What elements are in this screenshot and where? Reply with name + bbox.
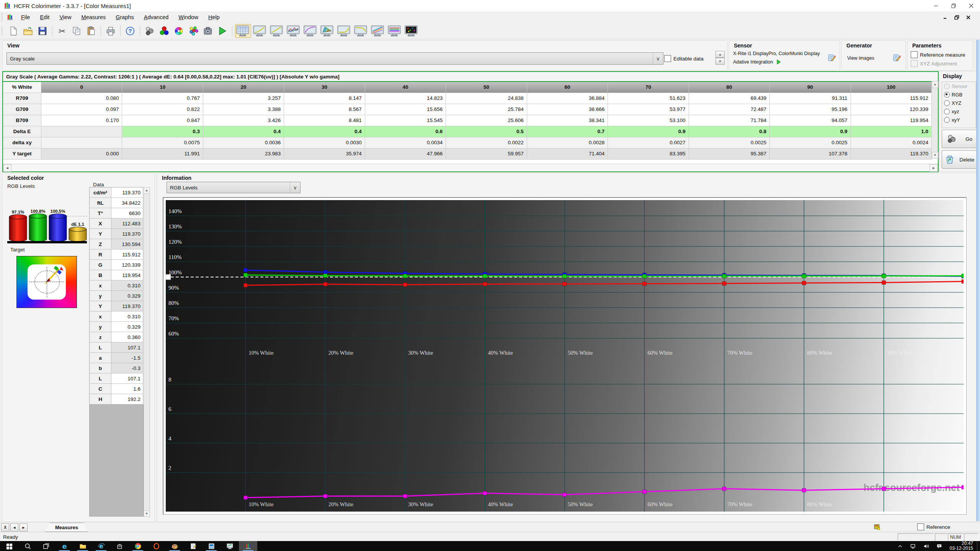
view-nearblack-button[interactable] — [336, 24, 352, 38]
view-rgb-histogram-button[interactable] — [286, 24, 302, 38]
generator-config-icon[interactable] — [892, 53, 902, 64]
measure-all-colors-button[interactable] — [186, 24, 200, 38]
cell-r709-50[interactable]: 24.838 — [446, 93, 527, 104]
cell-delta-xy-60[interactable]: 0.0028 — [527, 137, 608, 148]
view-nearwhite-button[interactable] — [353, 24, 369, 38]
copy-button[interactable] — [70, 24, 83, 38]
cell-r709-100[interactable]: 115.912 — [851, 93, 932, 104]
view-type-select[interactable]: Gray scale ∨ — [7, 52, 663, 65]
cell-g709-100[interactable]: 120.339 — [851, 104, 932, 115]
cell-g709-30[interactable]: 8.567 — [284, 104, 365, 115]
taskbar-task-view[interactable] — [37, 541, 55, 551]
cell-b709-40[interactable]: 15.545 — [365, 115, 446, 126]
menu-view[interactable]: View — [54, 13, 76, 22]
view-free-measures-button[interactable] — [403, 24, 420, 38]
paste-button[interactable] — [84, 24, 98, 38]
cell-r709-0[interactable]: 0.080 — [41, 93, 122, 104]
measure-secondaries-button[interactable] — [172, 24, 186, 38]
cell-delta-xy-40[interactable]: 0.0034 — [365, 137, 446, 148]
cell-y-target-80[interactable]: 95.387 — [689, 148, 770, 160]
show-desktop-button[interactable] — [977, 541, 980, 551]
help-button[interactable]: ? — [123, 24, 137, 38]
view-color-levels-button[interactable] — [387, 24, 403, 38]
cell-r709-90[interactable]: 91.311 — [770, 93, 851, 104]
taskbar-system-monitor[interactable] — [220, 541, 239, 551]
mdi-restore-button[interactable] — [952, 13, 962, 21]
new-document-button[interactable] — [7, 24, 20, 38]
cell-y-target-50[interactable]: 59.957 — [446, 148, 527, 160]
measure-grayscale-button[interactable] — [143, 24, 157, 38]
column-header-100[interactable]: 100 — [851, 82, 932, 93]
sensor-config-icon[interactable] — [827, 53, 836, 64]
column-header-60[interactable]: 60 — [527, 82, 608, 93]
cell-delta-e-80[interactable]: 0.8 — [689, 126, 770, 137]
view-gamma-curve-button[interactable] — [252, 24, 268, 38]
editable-data-checkbox[interactable]: Editable data — [664, 55, 704, 62]
tray-tray-expand[interactable] — [894, 541, 907, 551]
taskbar-internet-explorer[interactable]: e — [92, 541, 110, 551]
taskbar-search[interactable] — [18, 541, 37, 551]
close-button[interactable] — [962, 0, 980, 11]
mdi-minimize-button[interactable] — [940, 13, 950, 21]
taskbar-file-explorer[interactable] — [74, 541, 92, 551]
cell-r709-80[interactable]: 69.439 — [689, 93, 770, 104]
taskbar-origin[interactable] — [147, 541, 165, 551]
cell-y-target-60[interactable]: 71.404 — [527, 148, 608, 160]
radio-xyz[interactable]: xyz — [942, 107, 976, 116]
run-measures-button[interactable] — [216, 24, 229, 38]
taskbar-paint[interactable] — [165, 541, 184, 551]
taskbar-photos[interactable] — [202, 541, 220, 551]
cell-g709-80[interactable]: 72.487 — [689, 104, 770, 115]
cell-y-target-70[interactable]: 83.395 — [608, 148, 689, 160]
cell-b709-60[interactable]: 38.341 — [527, 115, 608, 126]
cell-delta-e-20[interactable]: 0.4 — [203, 126, 284, 137]
cell-y-target-0[interactable]: 0.000 — [41, 148, 122, 160]
cell-b709-90[interactable]: 94.057 — [770, 115, 851, 126]
cell-delta-e-10[interactable]: 0.3 — [122, 126, 203, 137]
reference-measure-checkbox[interactable]: Reference measure — [911, 51, 965, 58]
cell-b709-20[interactable]: 3.426 — [203, 115, 284, 126]
cell-delta-e-100[interactable]: 1.0 — [851, 126, 932, 137]
column-header-0[interactable]: 0 — [41, 82, 122, 93]
cell-delta-xy-50[interactable]: 0.0022 — [446, 137, 527, 148]
taskbar-clock[interactable]: 20:47 03-12-2015 — [946, 541, 977, 551]
cell-delta-xy-90[interactable]: 0.0025 — [770, 137, 851, 148]
cell-b709-70[interactable]: 53.100 — [608, 115, 689, 126]
cell-r709-70[interactable]: 51.623 — [608, 93, 689, 104]
open-file-button[interactable] — [21, 24, 35, 38]
reference-checkbox[interactable]: Reference — [917, 523, 950, 530]
scrollbar-track[interactable] — [11, 164, 929, 171]
column-header-30[interactable]: 30 — [284, 82, 365, 93]
cell-g709-60[interactable]: 38.666 — [527, 104, 608, 115]
scroll-up-icon[interactable]: ▲ — [932, 81, 938, 88]
cell-delta-xy-10[interactable]: 0.0075 — [122, 137, 203, 148]
taskbar-start[interactable] — [0, 541, 18, 551]
cell-b709-0[interactable]: 0.170 — [41, 115, 122, 126]
menu-help[interactable]: Help — [203, 13, 225, 22]
cell-delta-e-60[interactable]: 0.7 — [527, 126, 608, 137]
cell-delta-e-0[interactable] — [41, 126, 122, 137]
cell-y-target-10[interactable]: 11.991 — [122, 148, 203, 160]
column-header-90[interactable]: 90 — [770, 82, 851, 93]
view-luminance-curve-button[interactable] — [269, 24, 285, 38]
scroll-down-icon[interactable]: ▼ — [144, 510, 149, 517]
spinner-down-icon[interactable]: ▼ — [715, 58, 725, 65]
tab-close-button[interactable]: X — [1, 523, 9, 531]
cell-g709-50[interactable]: 25.784 — [446, 104, 527, 115]
view-saturation-button[interactable] — [370, 24, 386, 38]
column-header-80[interactable]: 80 — [689, 82, 770, 93]
column-header-40[interactable]: 40 — [365, 82, 446, 93]
view-spinner[interactable]: ▲ ▼ — [715, 51, 725, 65]
go-button[interactable]: Go — [942, 130, 977, 148]
scroll-down-icon[interactable]: ▼ — [932, 152, 938, 159]
tab-measures[interactable]: Measures — [45, 523, 88, 532]
column-header-10[interactable]: 10 — [122, 82, 203, 93]
minimize-button[interactable] — [927, 0, 945, 11]
menu-advanced[interactable]: Advanced — [139, 13, 174, 22]
cell-g709-0[interactable]: 0.097 — [41, 104, 122, 115]
cell-delta-xy-20[interactable]: 0.0036 — [203, 137, 284, 148]
scroll-up-icon[interactable]: ▲ — [144, 187, 149, 194]
menu-edit[interactable]: Edit — [35, 13, 54, 22]
menu-file[interactable]: File — [16, 13, 35, 22]
radio-xyy[interactable]: xyY — [942, 116, 976, 124]
